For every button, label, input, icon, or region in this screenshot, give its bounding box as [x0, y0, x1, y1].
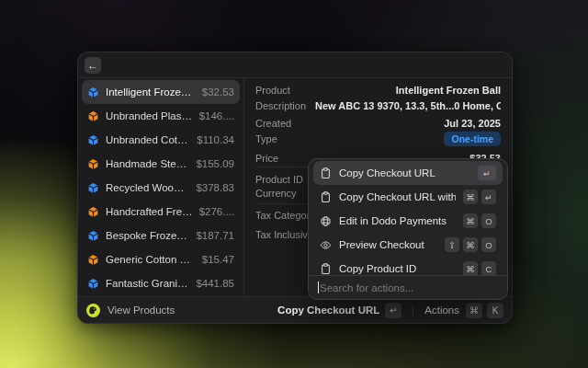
- clipboard-icon: [320, 263, 332, 275]
- product-list-item[interactable]: Bespoke Frozen Chips $187.71: [82, 224, 240, 247]
- globe-icon: [320, 215, 332, 227]
- keycap-return: ↵: [478, 166, 496, 180]
- product-cube-icon: [87, 86, 99, 98]
- detail-label: Price: [255, 153, 278, 164]
- keycap-cmd: ⌘: [463, 190, 478, 204]
- detail-value: Jul 23, 2025: [300, 118, 501, 129]
- product-name: Unbranded Plastic Chick...: [106, 110, 193, 121]
- product-cube-icon: [87, 182, 99, 194]
- text-caret: [318, 282, 319, 293]
- primary-action-label: Copy Checkout URL: [277, 305, 379, 316]
- actions-search-input[interactable]: Search for actions...: [309, 275, 507, 299]
- product-cube-icon: [87, 110, 99, 122]
- back-arrow-icon: ←: [87, 57, 98, 74]
- detail-row: Description New ABC 13 9370, 13.3, 5th..…: [255, 98, 501, 113]
- actions-menu-list: Copy Checkout URL ↵ Copy Checkout URL wi…: [309, 159, 507, 275]
- keycap-o: O: [481, 237, 496, 252]
- menu-item-label: Copy Product ID: [339, 263, 456, 274]
- keycap-cmd: ⌘: [463, 261, 478, 275]
- detail-label: Product: [255, 85, 290, 96]
- menu-item-copy-checkout-url[interactable]: Copy Checkout URL ↵: [313, 161, 503, 185]
- product-price: $32.53: [202, 86, 234, 98]
- detail-label: Product ID: [255, 174, 303, 185]
- menu-item-preview-checkout[interactable]: Preview Checkout ⇧ ⌘ O: [313, 233, 503, 257]
- product-list-item[interactable]: Generic Cotton Shoes $15.47: [82, 247, 240, 271]
- command-title: View Products: [107, 305, 270, 316]
- detail-row: Type One-time: [255, 132, 501, 146]
- product-price: $276....: [199, 206, 234, 217]
- product-price: $378.83: [196, 182, 234, 193]
- detail-value: One-time: [287, 132, 501, 146]
- menu-item-copy-product-id[interactable]: Copy Product ID ⌘ C: [313, 257, 503, 275]
- keycap-return: ↵: [481, 190, 496, 204]
- detail-row: Created Jul 23, 2025: [255, 116, 501, 131]
- detail-label: Currency: [255, 188, 297, 199]
- product-name: Intelligent Frozen Ball: [106, 86, 196, 98]
- product-price: $187.71: [196, 230, 234, 241]
- detail-label: Created: [255, 118, 291, 129]
- actions-menu: Copy Checkout URL ↵ Copy Checkout URL wi…: [308, 158, 508, 300]
- keycap-cmd: ⌘: [466, 303, 482, 318]
- menu-item-label: Preview Checkout: [339, 239, 437, 250]
- product-cube-icon: [87, 230, 99, 242]
- keycap-o: O: [481, 213, 496, 228]
- product-cube-icon: [87, 158, 99, 170]
- product-name: Generic Cotton Shoes: [106, 254, 196, 265]
- menu-item-copy-checkout-url-with-return[interactable]: Copy Checkout URL with Return URL ⌘ ↵: [313, 185, 503, 209]
- product-cube-icon: [87, 134, 99, 146]
- detail-label: Type: [255, 133, 277, 144]
- dodo-payments-logo-icon: [86, 304, 100, 317]
- keycap-k: K: [487, 303, 503, 318]
- product-list-item[interactable]: Fantastic Granite Chips $441.85: [82, 271, 240, 295]
- detail-label: Tax Category: [255, 210, 315, 221]
- keycap-cmd: ⌘: [463, 213, 478, 228]
- eye-icon: [320, 239, 332, 251]
- detail-value: New ABC 13 9370, 13.3, 5th...0 Home, OS …: [315, 100, 501, 111]
- keycap-c: C: [481, 261, 496, 275]
- product-cube-icon: [87, 278, 99, 290]
- detail-label: Tax Inclusive: [255, 229, 313, 240]
- clipboard-icon: [320, 191, 332, 203]
- product-list-item[interactable]: Recycled Wooden Shirt $378.83: [82, 176, 240, 200]
- product-list-item[interactable]: Unbranded Plastic Chick... $146....: [82, 104, 240, 128]
- keycap-shift: ⇧: [445, 237, 459, 252]
- product-list-item[interactable]: Intelligent Frozen Ball $32.53: [82, 80, 240, 104]
- product-price: $110.34: [197, 134, 234, 145]
- product-name: Handcrafted Fresh Com...: [106, 206, 193, 217]
- product-price: $146....: [199, 110, 234, 121]
- product-cube-icon: [87, 206, 99, 218]
- product-name: Fantastic Granite Chips: [106, 278, 189, 289]
- product-name: Bespoke Frozen Chips: [106, 230, 189, 241]
- raycast-window: ← Intelligent Frozen Ball $32.53 Unbrand…: [77, 52, 513, 324]
- type-badge: One-time: [444, 132, 501, 146]
- product-cube-icon: [87, 254, 99, 266]
- product-list-item[interactable]: Unbranded Cotton Tuna $110.34: [82, 128, 240, 152]
- clipboard-icon: [320, 167, 332, 179]
- keycap-cmd: ⌘: [463, 237, 478, 252]
- product-name: Recycled Wooden Shirt: [106, 182, 189, 193]
- keycap-return: ↵: [385, 303, 401, 318]
- product-price: $441.85: [196, 278, 234, 289]
- footer-divider: [413, 305, 413, 316]
- menu-item-label: Copy Checkout URL with Return URL: [339, 191, 456, 202]
- detail-row: Product Intelligent Frozen Ball: [255, 83, 501, 98]
- window-footer: View Products Copy Checkout URL ↵ Action…: [78, 296, 512, 323]
- detail-value: Intelligent Frozen Ball: [300, 85, 501, 96]
- actions-button[interactable]: Actions ⌘ K: [424, 303, 503, 318]
- detail-label: Description: [255, 100, 306, 111]
- product-list-item[interactable]: Handmade Steel Hat $155.09: [82, 152, 240, 176]
- window-header: ←: [78, 52, 512, 78]
- menu-item-edit-in-dodo-payments[interactable]: Edit in Dodo Payments ⌘ O: [313, 209, 503, 233]
- primary-action-button[interactable]: Copy Checkout URL ↵: [277, 303, 401, 318]
- product-name: Unbranded Cotton Tuna: [106, 134, 190, 145]
- menu-item-label: Copy Checkout URL: [339, 167, 470, 178]
- product-price: $15.47: [202, 254, 234, 265]
- product-price: $155.09: [196, 158, 234, 169]
- search-placeholder: Search for actions...: [320, 282, 413, 293]
- product-list-item[interactable]: Handcrafted Fresh Com... $276....: [82, 200, 240, 224]
- back-button[interactable]: ←: [85, 57, 101, 74]
- product-list: Intelligent Frozen Ball $32.53 Unbranded…: [78, 78, 244, 296]
- actions-button-label: Actions: [424, 305, 459, 316]
- product-name: Handmade Steel Hat: [106, 158, 189, 169]
- menu-item-label: Edit in Dodo Payments: [339, 215, 456, 226]
